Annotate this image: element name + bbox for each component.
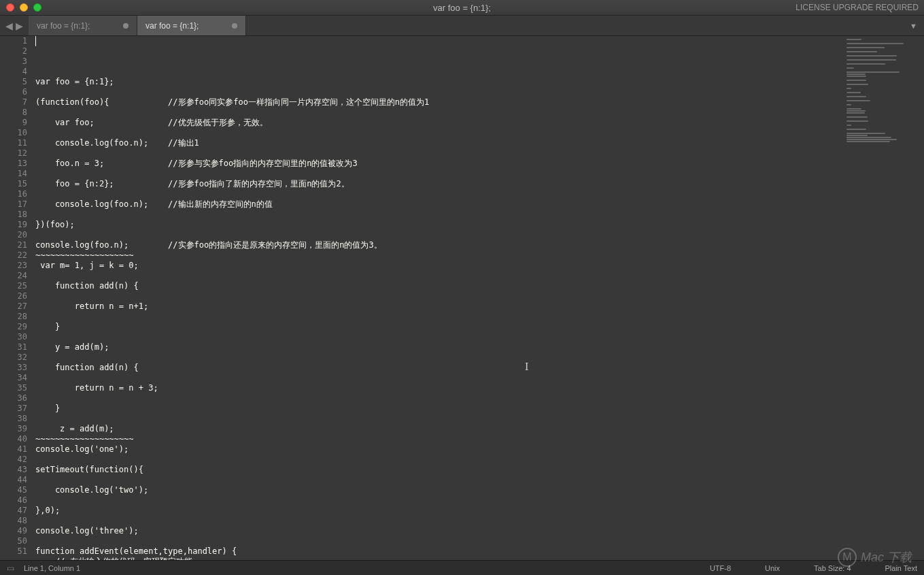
code-line: function add(n) { [35, 281, 842, 291]
line-number: 2 [0, 46, 27, 56]
tab-overflow-menu[interactable]: ▼ [903, 16, 924, 35]
code-line [35, 87, 842, 97]
line-number: 24 [0, 271, 27, 281]
line-number: 37 [0, 404, 27, 414]
code-line [35, 332, 842, 342]
line-number: 36 [0, 393, 27, 404]
code-line: (function(foo){ //形参foo同实参foo一样指向同一片内存空间… [35, 97, 842, 108]
code-line [35, 189, 842, 199]
line-number: 33 [0, 363, 27, 373]
code-line: // 在此输入你的代码，实现预定功能 [35, 557, 842, 560]
text-caret [35, 36, 36, 46]
line-number: 43 [0, 465, 27, 475]
line-number: 4 [0, 67, 27, 77]
nav-arrows: ◀ ▶ [0, 16, 29, 35]
code-line: var m= 1, j = k = 0; [35, 261, 842, 271]
back-icon[interactable]: ◀ [5, 20, 13, 31]
code-line [35, 108, 842, 118]
code-line [35, 312, 842, 322]
line-number: 47 [0, 506, 27, 516]
line-number: 3 [0, 56, 27, 67]
line-number: 1 [0, 36, 27, 46]
line-number: 18 [0, 210, 27, 220]
line-number-gutter: 1234567891011121314151617181920212223242… [0, 36, 35, 560]
status-bar: ▭ Line 1, Column 1 UTF-8 Unix Tab Size: … [0, 560, 924, 575]
code-line [35, 536, 842, 546]
line-number: 9 [0, 118, 27, 128]
cursor-position[interactable]: Line 1, Column 1 [24, 564, 80, 572]
code-line: ~~~~~~~~~~~~~~~~~~~~ [35, 250, 842, 261]
line-number: 11 [0, 138, 27, 148]
line-number: 6 [0, 87, 27, 97]
traffic-lights [0, 3, 41, 12]
code-line [35, 210, 842, 220]
code-line: console.log(foo.n); //输出1 [35, 138, 842, 148]
line-number: 32 [0, 352, 27, 363]
maximize-window-button[interactable] [33, 3, 41, 12]
panel-switcher-icon[interactable]: ▭ [7, 563, 14, 573]
line-number: 49 [0, 526, 27, 536]
minimap[interactable] [842, 36, 924, 560]
line-number: 42 [0, 455, 27, 465]
line-number: 15 [0, 179, 27, 189]
code-line: y = add(m); [35, 342, 842, 352]
code-line [35, 393, 842, 404]
line-number: 51 [0, 546, 27, 557]
code-line: setTimeout(function(){ [35, 465, 842, 475]
code-line [35, 495, 842, 506]
line-number: 48 [0, 516, 27, 526]
syntax-selector[interactable]: Plain Text [885, 564, 918, 572]
license-notice: LICENSE UPGRADE REQUIRED [795, 3, 919, 12]
code-line: var foo = {n:1}; [35, 77, 842, 87]
tab-bar: ◀ ▶ var foo = {n:1}; var foo = {n:1}; ▼ [0, 16, 924, 36]
line-number: 20 [0, 230, 27, 240]
line-number: 39 [0, 424, 27, 434]
line-number: 13 [0, 159, 27, 169]
dirty-indicator-icon [232, 23, 237, 29]
line-number: 27 [0, 301, 27, 312]
code-line: return n = n+1; [35, 301, 842, 312]
line-number: 34 [0, 373, 27, 383]
line-number: 17 [0, 199, 27, 210]
code-editor[interactable]: var foo = {n:1};(function(foo){ //形参foo同… [35, 36, 842, 560]
code-line: },0); [35, 506, 842, 516]
line-number: 38 [0, 414, 27, 424]
ibeam-cursor-icon: I [525, 361, 528, 372]
forward-icon[interactable]: ▶ [16, 20, 23, 31]
tab-label: var foo = {n:1}; [146, 21, 199, 31]
line-number: 30 [0, 332, 27, 342]
code-line: foo = {n:2}; //形参foo指向了新的内存空间，里面n的值为2。 [35, 179, 842, 189]
line-number: 35 [0, 383, 27, 393]
code-line: return n = n + 3; [35, 383, 842, 393]
line-number: 46 [0, 495, 27, 506]
line-number: 7 [0, 97, 27, 108]
code-line: console.log(foo.n); //输出新的内存空间的n的值 [35, 199, 842, 210]
code-line [35, 414, 842, 424]
tab-file-2[interactable]: var foo = {n:1}; [137, 16, 246, 35]
code-line [35, 128, 842, 138]
titlebar: var foo = {n:1}; LICENSE UPGRADE REQUIRE… [0, 0, 924, 16]
code-line: function addEvent(element,type,handler) … [35, 546, 842, 557]
code-line [35, 455, 842, 465]
code-line: console.log(foo.n); //实参foo的指向还是原来的内存空间，… [35, 240, 842, 250]
line-number: 40 [0, 434, 27, 444]
line-number: 19 [0, 220, 27, 230]
code-line [35, 475, 842, 485]
line-number: 12 [0, 148, 27, 159]
tab-size-selector[interactable]: Tab Size: 4 [814, 564, 851, 572]
code-line: function add(n) { [35, 363, 842, 373]
line-number: 50 [0, 536, 27, 546]
line-endings-selector[interactable]: Unix [765, 564, 780, 572]
encoding-selector[interactable]: UTF-8 [710, 564, 731, 572]
code-line: z = add(m); [35, 424, 842, 434]
code-line [35, 148, 842, 159]
minimize-window-button[interactable] [20, 3, 28, 12]
line-number: 22 [0, 250, 27, 261]
line-number: 21 [0, 240, 27, 250]
editor-area: 1234567891011121314151617181920212223242… [0, 36, 924, 560]
close-window-button[interactable] [6, 3, 14, 12]
tab-file-1[interactable]: var foo = {n:1}; [29, 16, 137, 35]
code-line [35, 271, 842, 281]
code-line: console.log('two'); [35, 485, 842, 495]
code-line [35, 373, 842, 383]
